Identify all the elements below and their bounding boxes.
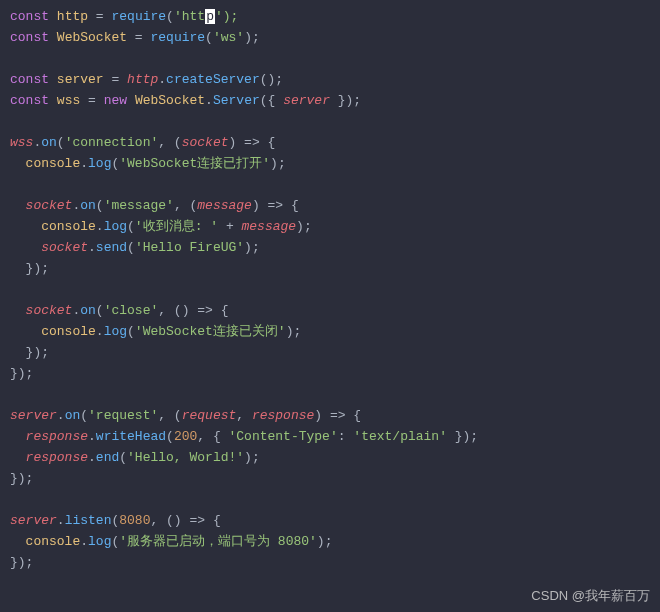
cursor: p (205, 9, 215, 24)
code-block: const http = require('http'); const WebS… (10, 6, 650, 573)
watermark: CSDN @我年薪百万 (531, 585, 650, 606)
keyword: const (10, 9, 49, 24)
